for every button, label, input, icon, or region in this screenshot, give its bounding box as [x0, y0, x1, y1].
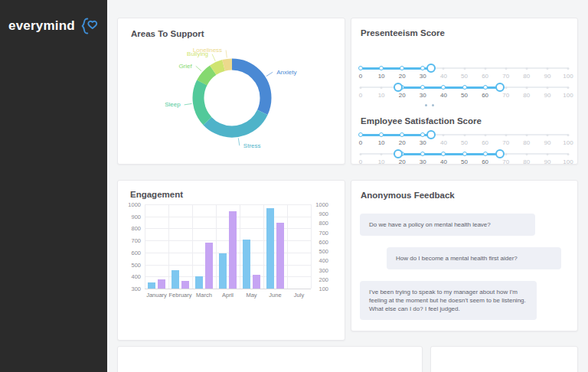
bar-series-1-february [172, 270, 179, 289]
engagement-bar-chart: 1000900800700600500400300100090080070060… [118, 181, 345, 340]
slider-tick-dot [483, 85, 488, 90]
slider-tick-label: 80 [523, 92, 530, 99]
donut-leader-line [226, 50, 227, 57]
slider-tick-dot [462, 85, 467, 90]
x-axis-label: April [222, 292, 234, 299]
left-axis-tick-label: 900 [118, 214, 141, 220]
right-axis-tick-label: 900 [305, 210, 328, 217]
slider-tick-label: 50 [461, 158, 468, 165]
right-axis-tick-label: 600 [305, 239, 328, 246]
satisfaction-slider-1[interactable]: 0102030405060708090100 [361, 131, 568, 149]
bar-series-1-march [195, 276, 203, 289]
logo-text: everymind [8, 18, 75, 34]
presenteeism-slider-2[interactable]: 0102030405060708090100 [361, 83, 568, 102]
slider-handle-end[interactable] [495, 149, 505, 158]
slider-tick-label: 20 [399, 92, 406, 99]
donut-label-stress: Stress [243, 142, 261, 149]
anonymous-feedback-card: Anonymous Feedback Do we have a policy o… [351, 180, 578, 331]
slider-tick-dot [420, 132, 425, 137]
slider-tick-label: 50 [461, 139, 468, 146]
slider-tick-label: 100 [563, 139, 573, 146]
slider-tick-label: 10 [378, 92, 385, 99]
donut-leader-line [212, 54, 215, 61]
gridline-horizontal [145, 289, 311, 289]
donut-label-anxiety: Anxiety [276, 69, 296, 76]
left-axis-tick-label: 500 [118, 262, 141, 269]
slider-handle-end[interactable] [426, 130, 436, 139]
presenteeism-slider-1[interactable]: 0102030405060708090100 [361, 64, 568, 83]
gridline-vertical [263, 204, 264, 289]
bar-series-1-april [219, 253, 227, 289]
bar-series-2-february [181, 281, 189, 289]
bar-series-2-june [276, 223, 284, 289]
slider-tick-dot [358, 66, 363, 70]
satisfaction-slider-2[interactable]: 0102030405060708090100 [361, 150, 568, 168]
gridline-horizontal [145, 276, 311, 277]
slider-tick-dot [567, 67, 570, 70]
slider-tick-label: 30 [420, 158, 426, 165]
slider-tick-dot [462, 152, 467, 156]
right-axis-tick-label: 800 [305, 220, 328, 227]
bar-series-2-may [253, 275, 260, 289]
scores-card: Presenteeism Score 010203040506070809010… [351, 18, 578, 165]
slider-tick-label: 50 [461, 92, 468, 99]
gridline-horizontal [145, 228, 311, 229]
slider-handle-start[interactable] [394, 83, 403, 92]
right-axis-tick-label: 500 [305, 248, 328, 255]
slider-handle-end[interactable] [495, 83, 505, 92]
slider-tick-dot [463, 134, 466, 136]
slider-tick-dot [379, 66, 384, 70]
carousel-dot[interactable] [425, 104, 427, 106]
satisfaction-title: Employee Satisfaction Score [361, 116, 482, 126]
gridline-vertical [168, 204, 169, 289]
slider-tick-dot [360, 86, 362, 89]
right-axis-tick-label: 200 [305, 276, 328, 283]
sidebar: everymind [0, 0, 107, 372]
slider-tick-dot [505, 86, 507, 89]
slider-tick-label: 10 [378, 139, 385, 146]
carousel-dots[interactable] [425, 104, 434, 106]
slider-tick-dot [546, 86, 548, 89]
slider-tick-label: 10 [378, 158, 385, 165]
slider-tick-label: 80 [523, 158, 530, 165]
slider-tick-dot [358, 132, 363, 137]
x-axis-label: July [294, 292, 304, 299]
left-axis-tick-label: 800 [118, 225, 141, 232]
slider-tick-dot [360, 153, 362, 155]
slider-tick-dot [484, 67, 486, 70]
slider-tick-label: 70 [502, 92, 509, 99]
slider-handle-end[interactable] [426, 64, 436, 73]
feedback-message: How do I become a mental health first ai… [387, 247, 561, 269]
slider-tick-label: 0 [359, 139, 362, 146]
right-axis-tick-label: 400 [305, 257, 328, 264]
carousel-dot[interactable] [432, 104, 434, 106]
gridline-vertical [192, 204, 193, 289]
gridline-vertical [145, 204, 145, 289]
slider-tick-dot [567, 86, 570, 89]
slider-tick-dot [505, 134, 507, 136]
slider-tick-dot [525, 134, 528, 136]
slider-tick-label: 20 [399, 139, 406, 146]
slider-tick-dot [525, 86, 528, 89]
slider-tick-dot [525, 67, 528, 70]
x-axis-label: March [196, 292, 212, 299]
slider-tick-label: 100 [563, 158, 573, 165]
feedback-message: Do we have a policy on mental health lea… [360, 214, 535, 236]
bar-series-2-january [158, 279, 165, 289]
slider-tick-dot [443, 67, 445, 70]
right-axis-tick-label: 1000 [305, 201, 328, 208]
slider-tick-dot [381, 153, 383, 155]
everymind-logo[interactable]: everymind [8, 17, 99, 35]
slider-tick-label: 60 [482, 92, 488, 99]
left-axis-tick-label: 700 [118, 237, 141, 244]
slider-handle-start[interactable] [394, 149, 403, 158]
donut-leader-line [185, 103, 192, 104]
donut-label-sleep: Sleep [165, 101, 181, 108]
donut-leader-line [266, 72, 273, 76]
slider-tick-label: 90 [544, 73, 550, 80]
bottom-left-card [117, 346, 423, 372]
slider-tick-label: 70 [502, 158, 509, 165]
feedback-message: I've been trying to speak to my manager … [360, 281, 537, 320]
gridline-horizontal [145, 240, 311, 241]
slider-tick-dot [484, 134, 486, 136]
